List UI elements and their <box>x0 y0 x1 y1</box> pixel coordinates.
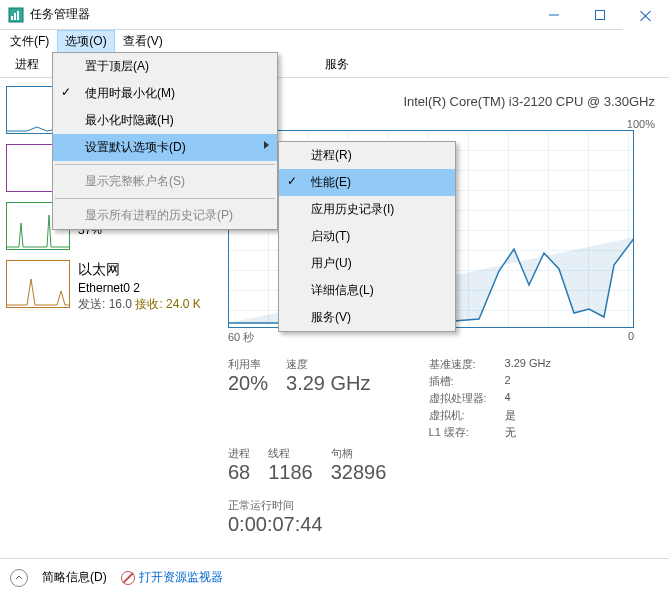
menu-options[interactable]: 选项(O) <box>57 30 114 53</box>
chart-scale-top: 100% <box>228 118 655 130</box>
submenu-services[interactable]: 服务(V) <box>279 304 455 331</box>
proc-label: 进程 <box>228 446 250 461</box>
ethernet-name: 以太网 <box>78 260 201 280</box>
close-button[interactable] <box>623 0 669 30</box>
x-right: 0 <box>628 330 634 345</box>
title-bar: 任务管理器 <box>0 0 669 30</box>
minimize-button[interactable] <box>531 0 577 30</box>
recv-label: 接收: <box>135 297 162 311</box>
menuitem-hide-when-minimized[interactable]: 最小化时隐藏(H) <box>53 107 277 134</box>
submenu-startup[interactable]: 启动(T) <box>279 223 455 250</box>
ethernet-adapter: Ethernet0 2 <box>78 280 201 297</box>
vm-value: 是 <box>505 408 551 423</box>
submenu-arrow-icon <box>264 141 269 149</box>
options-menu-dropdown: 置于顶层(A) ✓ 使用时最小化(M) 最小化时隐藏(H) 设置默认选项卡(D)… <box>52 52 278 230</box>
check-icon: ✓ <box>287 174 297 188</box>
submenu-processes[interactable]: 进程(R) <box>279 142 455 169</box>
menuitem-always-on-top[interactable]: 置于顶层(A) <box>53 53 277 80</box>
thread-label: 线程 <box>268 446 313 461</box>
base-value: 3.29 GHz <box>505 357 551 372</box>
menuitem-show-full-account: 显示完整帐户名(S) <box>53 168 277 195</box>
submenu-app-history[interactable]: 应用历史记录(I) <box>279 196 455 223</box>
send-label: 发送: <box>78 297 105 311</box>
sidebar-item-ethernet[interactable]: 以太网 Ethernet0 2 发送: 16.0 接收: 24.0 K <box>6 260 214 313</box>
sockets-label: 插槽: <box>429 374 487 389</box>
handle-value: 32896 <box>331 461 387 484</box>
maximize-button[interactable] <box>577 0 623 30</box>
svg-rect-1 <box>11 16 13 20</box>
open-resmon-link[interactable]: 打开资源监视器 <box>121 569 223 586</box>
ethernet-thumb <box>6 260 70 308</box>
sockets-value: 2 <box>505 374 551 389</box>
tab-processes[interactable]: 进程 <box>4 51 50 77</box>
menu-separator <box>55 198 275 199</box>
send-value: 16.0 <box>109 297 132 311</box>
menu-file[interactable]: 文件(F) <box>2 30 57 53</box>
app-icon <box>8 7 24 23</box>
uptime-label: 正常运行时间 <box>228 498 655 513</box>
logical-value: 4 <box>505 391 551 406</box>
x-left: 60 秒 <box>228 330 254 345</box>
menuitem-show-history-all: 显示所有进程的历史记录(P) <box>53 202 277 229</box>
submenu-details[interactable]: 详细信息(L) <box>279 277 455 304</box>
handle-label: 句柄 <box>331 446 387 461</box>
resmon-icon <box>121 571 135 585</box>
submenu-performance[interactable]: ✓ 性能(E) <box>279 169 455 196</box>
util-value: 20% <box>228 372 268 395</box>
svg-rect-2 <box>14 13 16 20</box>
util-label: 利用率 <box>228 357 268 372</box>
thread-value: 1186 <box>268 461 313 484</box>
menu-separator <box>55 164 275 165</box>
resmon-label: 打开资源监视器 <box>139 569 223 586</box>
ethernet-throughput: 发送: 16.0 接收: 24.0 K <box>78 296 201 313</box>
default-tab-submenu: 进程(R) ✓ 性能(E) 应用历史记录(I) 启动(T) 用户(U) 详细信息… <box>278 141 456 332</box>
speed-label: 速度 <box>286 357 370 372</box>
submenu-users[interactable]: 用户(U) <box>279 250 455 277</box>
svg-rect-3 <box>17 11 19 20</box>
menuitem-minimize-on-use[interactable]: ✓ 使用时最小化(M) <box>53 80 277 107</box>
recv-value: 24.0 K <box>166 297 201 311</box>
l1-value: 无 <box>505 425 551 440</box>
base-label: 基准速度: <box>429 357 487 372</box>
cpu-model: Intel(R) Core(TM) i3-2120 CPU @ 3.30GHz <box>403 94 655 109</box>
fewer-details-link[interactable]: 简略信息(D) <box>42 569 107 586</box>
window-title: 任务管理器 <box>30 6 531 23</box>
menuitem-set-default-tab[interactable]: 设置默认选项卡(D) <box>53 134 277 161</box>
logical-label: 虚拟处理器: <box>429 391 487 406</box>
menu-bar: 文件(F) 选项(O) 查看(V) <box>0 30 669 52</box>
l1-label: L1 缓存: <box>429 425 487 440</box>
proc-value: 68 <box>228 461 250 484</box>
menu-view[interactable]: 查看(V) <box>115 30 171 53</box>
speed-value: 3.29 GHz <box>286 372 370 395</box>
tab-services[interactable]: 服务 <box>314 51 360 77</box>
check-icon: ✓ <box>61 85 71 99</box>
footer: 简略信息(D) 打开资源监视器 <box>0 558 669 596</box>
svg-rect-5 <box>596 10 605 19</box>
uptime-value: 0:00:07:44 <box>228 513 655 536</box>
chevron-up-icon[interactable] <box>10 569 28 587</box>
vm-label: 虚拟机: <box>429 408 487 423</box>
